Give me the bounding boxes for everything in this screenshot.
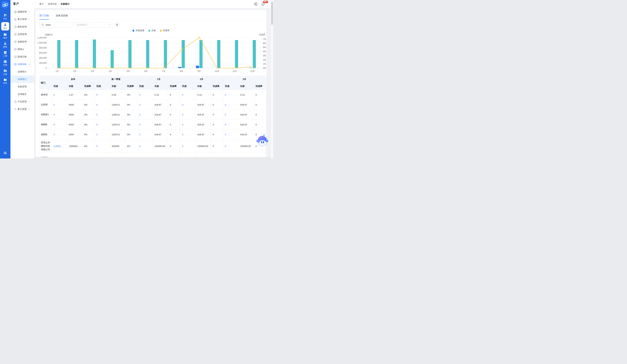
completed-value-link[interactable]: 0: [137, 140, 153, 153]
legend-dot-icon: [133, 30, 134, 32]
legend-label: 完成率: [163, 29, 169, 32]
breadcrumb-item[interactable]: 客户: [39, 2, 44, 5]
svg-text:1,200,000: 1,200,000: [37, 37, 47, 39]
completion-rate-value: 0%: [82, 110, 95, 120]
sidebar-subitem-target-management[interactable]: 目标管理: [10, 83, 34, 90]
completed-value-link[interactable]: 0: [95, 100, 110, 110]
department-select[interactable]: 请选择部门: [75, 22, 112, 28]
target-value: 1250.01: [110, 130, 125, 140]
sidebar-item-leads[interactable]: 线索管理: [10, 8, 34, 15]
svg-text:0%: 0%: [263, 67, 266, 69]
rail-item-hr[interactable]: 人事: [0, 50, 10, 58]
svg-text:4%: 4%: [263, 50, 266, 53]
completed-value-link[interactable]: 0: [137, 110, 153, 120]
svg-text:7月: 7月: [162, 70, 165, 72]
sidebar-collapse-handle[interactable]: ‹: [33, 77, 35, 83]
completed-value-link[interactable]: 0: [52, 130, 67, 140]
completed-value-link[interactable]: 0: [180, 110, 196, 120]
sidebar-item-follow-ups[interactable]: 跟进记录: [10, 53, 34, 60]
target-value: 416.67: [196, 110, 211, 120]
completed-value-link[interactable]: 0: [137, 120, 153, 130]
completed-value-link[interactable]: 113822: [52, 140, 67, 153]
completion-rate-value: 0%: [125, 130, 137, 140]
rail-item-finance[interactable]: 财务: [0, 40, 10, 50]
assistant-robot-widget[interactable]: [257, 135, 267, 146]
vertical-scrollbar[interactable]: [271, 0, 273, 158]
sidebar-item-customers[interactable]: 客户管理: [10, 15, 34, 23]
rail-collapse-menu-icon[interactable]: [0, 151, 10, 155]
sidebar-item-invoices[interactable]: 发票管理: [10, 38, 34, 46]
completed-value-link[interactable]: 0: [137, 130, 153, 140]
completion-rate-value: 0: [211, 120, 223, 130]
completed-value-link[interactable]: 0: [180, 100, 196, 110]
completed-value-link[interactable]: 0: [223, 120, 238, 130]
clear-filters-button[interactable]: [114, 22, 119, 28]
sidebar-item-contracts[interactable]: 合同管理: [10, 30, 34, 38]
sidebar-subitem-target-stats[interactable]: 目标统计: [10, 75, 34, 83]
completed-value-link[interactable]: 0: [180, 130, 196, 140]
sidebar-item-opportunities[interactable]: 商机管理: [10, 23, 34, 30]
sidebar-item-contacts[interactable]: 联系人: [10, 46, 34, 53]
rail-item-customer[interactable]: 客户: [0, 21, 10, 31]
rail-item-admin[interactable]: 行政: [0, 58, 10, 68]
sidebar-subitem-contract-income-expense[interactable]: 合同收支: [10, 90, 34, 98]
target-value: 100000.00: [196, 140, 211, 153]
department-name: 锦鲤队: [40, 120, 52, 130]
sidebar-item-label: 产品管理: [18, 100, 27, 103]
completed-value-link[interactable]: 0: [180, 140, 196, 153]
completed-value-link[interactable]: 0: [52, 110, 67, 120]
target-value: 416.67: [238, 100, 254, 110]
legend-item[interactable]: 完成率: [160, 29, 169, 32]
sidebar-subitem-performance-stats[interactable]: 业绩统计: [10, 68, 34, 75]
sidebar-item-customer-settings[interactable]: 客户设置: [10, 105, 34, 113]
completed-value-link[interactable]: 0: [52, 90, 67, 100]
completion-rate-value: 0: [168, 100, 180, 110]
completed-value-link[interactable]: 0: [95, 120, 110, 130]
target-value: 1200000: [67, 140, 82, 153]
changelog-notebook-icon[interactable]: [254, 2, 258, 6]
completed-value-link[interactable]: 0: [95, 140, 110, 153]
person-gear-icon: [14, 108, 17, 110]
completed-value-link[interactable]: 0: [95, 110, 110, 120]
completed-value-link[interactable]: 0: [223, 100, 238, 110]
legend-item[interactable]: 完成业绩: [133, 29, 144, 32]
completed-value-link[interactable]: 0: [223, 130, 238, 140]
completed-value-link[interactable]: 0: [223, 110, 238, 120]
year-input[interactable]: [45, 23, 67, 26]
rail-item-project[interactable]: 项目: [0, 31, 10, 40]
completed-value-link[interactable]: 0: [52, 100, 67, 110]
rail-item-cloud-disk[interactable]: 云盘: [0, 68, 10, 77]
table-row: 超能队050000%01250.010%0416.6700416.6700416…: [40, 130, 266, 140]
completed-value-link[interactable]: 0: [180, 120, 196, 130]
target-value: 1250.01: [110, 110, 125, 120]
target-statistics-card: 部门目标业务员目标 请选择部门: [36, 10, 266, 158]
completed-value-link[interactable]: 0: [137, 100, 153, 110]
completed-value-link[interactable]: 0: [95, 90, 110, 100]
breadcrumb-item[interactable]: 业绩目标: [48, 2, 57, 5]
target-value: 416.67: [238, 120, 254, 130]
completed-value-link[interactable]: 0: [223, 140, 238, 153]
rail-item-office[interactable]: 办公: [0, 12, 10, 21]
target-icon: [14, 63, 17, 66]
vertical-scrollbar-thumb[interactable]: [271, 2, 273, 25]
sidebar-item-performance-target[interactable]: 业绩目标: [10, 60, 34, 68]
sidebar-item-label: 线索管理: [18, 10, 27, 13]
svg-text:金额(元): 金额(元): [45, 33, 52, 36]
year-picker[interactable]: [39, 22, 73, 28]
tab-salesman-target[interactable]: 业务员目标: [56, 11, 68, 19]
rail-item-label: 财务: [3, 46, 7, 48]
completed-value-link[interactable]: 0: [223, 90, 238, 100]
tab-department-target[interactable]: 部门目标: [39, 11, 49, 19]
app-logo[interactable]: A: [2, 1, 9, 8]
horizontal-scrollbar[interactable]: [34, 157, 271, 158]
target-value: 416.67: [196, 120, 211, 130]
sidebar-item-products[interactable]: 产品管理: [10, 98, 34, 105]
completed-value-link[interactable]: 0: [52, 120, 67, 130]
completion-rate-value: 0: [211, 90, 223, 100]
completed-value-link[interactable]: 0: [137, 90, 153, 100]
completed-value-link[interactable]: 0: [180, 90, 196, 100]
rail-item-inventory[interactable]: 库存: [0, 77, 10, 86]
completed-value-link[interactable]: 0: [95, 130, 110, 140]
notifications-bell-icon[interactable]: 99+: [261, 2, 265, 6]
legend-item[interactable]: 目标: [148, 29, 156, 32]
